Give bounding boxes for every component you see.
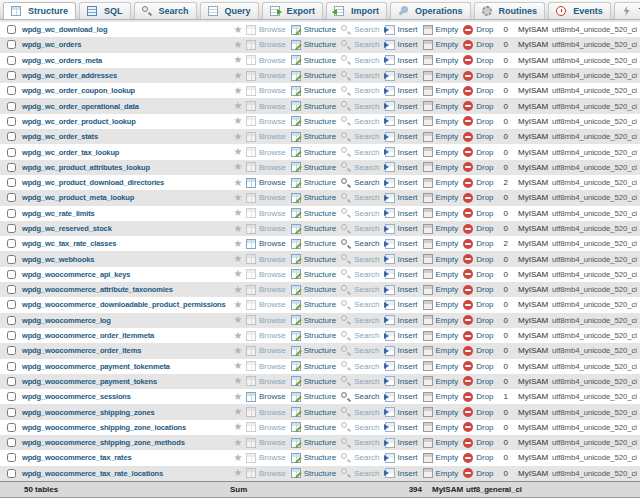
table-name-link[interactable]: wpdg_woocommerce_shipping_zone_locations <box>22 423 230 432</box>
structure-link[interactable]: Structure <box>291 254 336 264</box>
favorite-star-icon[interactable]: ★ <box>230 71 246 81</box>
browse-link[interactable]: Browse <box>246 254 286 264</box>
drop-link[interactable]: Drop <box>463 178 493 188</box>
table-name-link[interactable]: wpdg_wc_orders <box>22 40 230 49</box>
insert-link[interactable]: Insert <box>385 376 418 386</box>
empty-link[interactable]: Empty <box>423 453 459 463</box>
row-checkbox[interactable] <box>7 469 16 478</box>
search-link[interactable]: Search <box>341 71 379 81</box>
browse-link[interactable]: Browse <box>246 407 286 417</box>
empty-link[interactable]: Empty <box>423 86 459 96</box>
insert-link[interactable]: Insert <box>385 422 418 432</box>
insert-link[interactable]: Insert <box>385 346 418 356</box>
row-checkbox[interactable] <box>7 209 16 218</box>
empty-link[interactable]: Empty <box>423 422 459 432</box>
table-name-link[interactable]: wpdg_woocommerce_payment_tokens <box>22 377 230 386</box>
insert-link[interactable]: Insert <box>385 132 418 142</box>
favorite-star-icon[interactable]: ★ <box>230 40 246 50</box>
browse-link[interactable]: Browse <box>246 162 286 172</box>
drop-link[interactable]: Drop <box>463 361 493 371</box>
insert-link[interactable]: Insert <box>385 55 418 65</box>
tab-routines[interactable]: Routines <box>474 2 546 19</box>
insert-link[interactable]: Insert <box>385 361 418 371</box>
search-link[interactable]: Search <box>341 361 379 371</box>
favorite-star-icon[interactable]: ★ <box>230 468 246 478</box>
row-checkbox[interactable] <box>7 86 16 95</box>
browse-link[interactable]: Browse <box>246 40 286 50</box>
table-name-link[interactable]: wpdg_wc_order_operational_data <box>22 102 230 111</box>
insert-link[interactable]: Insert <box>385 71 418 81</box>
favorite-star-icon[interactable]: ★ <box>230 422 246 432</box>
row-checkbox[interactable] <box>7 148 16 157</box>
favorite-star-icon[interactable]: ★ <box>230 269 246 279</box>
insert-link[interactable]: Insert <box>385 239 418 249</box>
browse-link[interactable]: Browse <box>246 71 286 81</box>
row-checkbox[interactable] <box>7 102 16 111</box>
search-link[interactable]: Search <box>341 422 379 432</box>
drop-link[interactable]: Drop <box>463 25 493 35</box>
structure-link[interactable]: Structure <box>291 208 336 218</box>
row-checkbox[interactable] <box>7 377 16 386</box>
insert-link[interactable]: Insert <box>385 86 418 96</box>
favorite-star-icon[interactable]: ★ <box>230 55 246 65</box>
favorite-star-icon[interactable]: ★ <box>230 116 246 126</box>
empty-link[interactable]: Empty <box>423 25 459 35</box>
table-name-link[interactable]: wpdg_woocommerce_shipping_zones <box>22 408 230 417</box>
browse-link[interactable]: Browse <box>246 331 286 341</box>
browse-link[interactable]: Browse <box>246 55 286 65</box>
search-link[interactable]: Search <box>341 147 379 157</box>
browse-link[interactable]: Browse <box>246 315 286 325</box>
drop-link[interactable]: Drop <box>463 101 493 111</box>
search-link[interactable]: Search <box>341 407 379 417</box>
structure-link[interactable]: Structure <box>291 438 336 448</box>
drop-link[interactable]: Drop <box>463 162 493 172</box>
favorite-star-icon[interactable]: ★ <box>230 392 246 402</box>
insert-link[interactable]: Insert <box>385 315 418 325</box>
table-name-link[interactable]: wpdg_woocommerce_shipping_zone_methods <box>22 438 230 447</box>
row-checkbox[interactable] <box>7 300 16 309</box>
table-name-link[interactable]: wpdg_wc_order_stats <box>22 132 230 141</box>
drop-link[interactable]: Drop <box>463 346 493 356</box>
tab-triggers[interactable]: Triggers <box>614 2 640 19</box>
browse-link[interactable]: Browse <box>246 300 286 310</box>
drop-link[interactable]: Drop <box>463 224 493 234</box>
row-checkbox[interactable] <box>7 163 16 172</box>
tab-import[interactable]: Import <box>326 2 387 19</box>
search-link[interactable]: Search <box>341 162 379 172</box>
insert-link[interactable]: Insert <box>385 178 418 188</box>
insert-link[interactable]: Insert <box>385 438 418 448</box>
structure-link[interactable]: Structure <box>291 300 336 310</box>
empty-link[interactable]: Empty <box>423 132 459 142</box>
row-checkbox[interactable] <box>7 316 16 325</box>
insert-link[interactable]: Insert <box>385 25 418 35</box>
drop-link[interactable]: Drop <box>463 315 493 325</box>
table-name-link[interactable]: wpdg_wc_orders_meta <box>22 56 230 65</box>
insert-link[interactable]: Insert <box>385 101 418 111</box>
structure-link[interactable]: Structure <box>291 55 336 65</box>
drop-link[interactable]: Drop <box>463 71 493 81</box>
drop-link[interactable]: Drop <box>463 132 493 142</box>
structure-link[interactable]: Structure <box>291 71 336 81</box>
search-link[interactable]: Search <box>341 208 379 218</box>
table-name-link[interactable]: wpdg_wc_reserved_stock <box>22 224 230 233</box>
empty-link[interactable]: Empty <box>423 438 459 448</box>
table-name-link[interactable]: wpdg_woocommerce_payment_tokenmeta <box>22 362 230 371</box>
drop-link[interactable]: Drop <box>463 55 493 65</box>
favorite-star-icon[interactable]: ★ <box>230 300 246 310</box>
browse-link[interactable]: Browse <box>246 453 286 463</box>
table-name-link[interactable]: wpdg_woocommerce_order_items <box>22 346 230 355</box>
search-link[interactable]: Search <box>341 224 379 234</box>
row-checkbox[interactable] <box>7 25 16 34</box>
search-link[interactable]: Search <box>341 331 379 341</box>
structure-link[interactable]: Structure <box>291 285 336 295</box>
insert-link[interactable]: Insert <box>385 254 418 264</box>
structure-link[interactable]: Structure <box>291 25 336 35</box>
search-link[interactable]: Search <box>341 178 379 188</box>
drop-link[interactable]: Drop <box>463 116 493 126</box>
tab-search[interactable]: Search <box>134 2 197 19</box>
empty-link[interactable]: Empty <box>423 346 459 356</box>
row-checkbox[interactable] <box>7 239 16 248</box>
insert-link[interactable]: Insert <box>385 407 418 417</box>
row-checkbox[interactable] <box>7 117 16 126</box>
empty-link[interactable]: Empty <box>423 116 459 126</box>
